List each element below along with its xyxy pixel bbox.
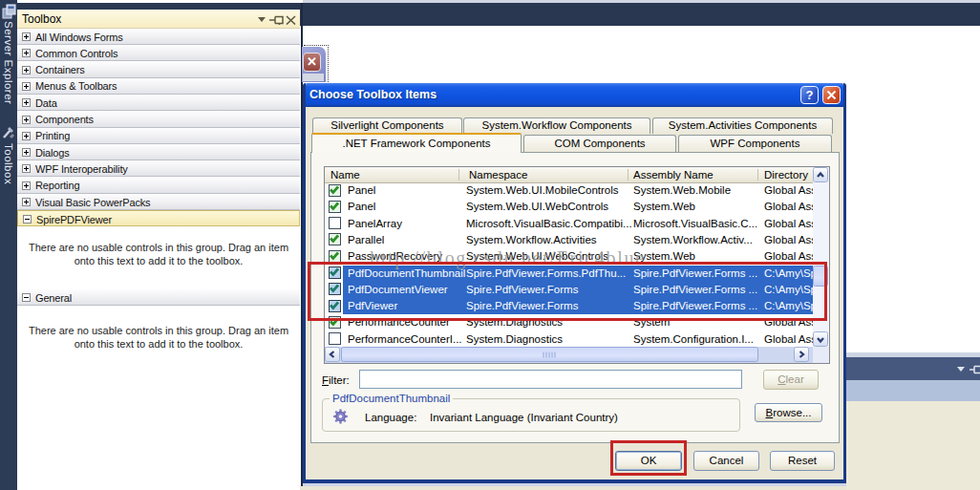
svg-text:?: ?: [806, 88, 814, 102]
